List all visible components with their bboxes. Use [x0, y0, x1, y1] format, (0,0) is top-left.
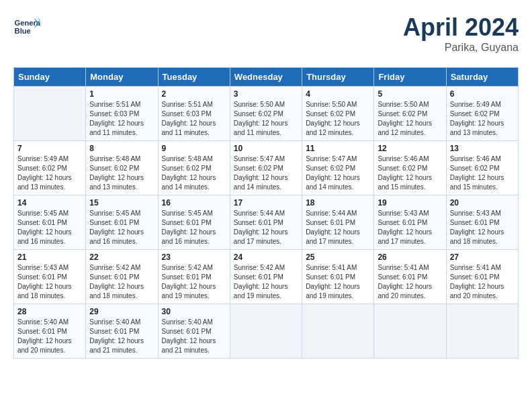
calendar-table: SundayMondayTuesdayWednesdayThursdayFrid…: [13, 67, 519, 359]
day-info: Sunrise: 5:45 AM Sunset: 6:01 PM Dayligh…: [162, 209, 226, 246]
day-number: 5: [378, 89, 442, 99]
day-info: Sunrise: 5:42 AM Sunset: 6:01 PM Dayligh…: [234, 263, 298, 301]
calendar-cell: [374, 304, 446, 359]
calendar-cell: 23Sunrise: 5:42 AM Sunset: 6:01 PM Dayli…: [158, 250, 230, 304]
location-subtitle: Parika, Guyana: [403, 42, 519, 54]
page-header: General Blue April 2024 Parika, Guyana: [13, 13, 519, 54]
day-info: Sunrise: 5:43 AM Sunset: 6:01 PM Dayligh…: [450, 209, 515, 246]
calendar-cell: 28Sunrise: 5:40 AM Sunset: 6:01 PM Dayli…: [14, 304, 86, 359]
column-header-saturday: Saturday: [446, 68, 518, 87]
day-info: Sunrise: 5:49 AM Sunset: 6:02 PM Dayligh…: [450, 100, 515, 138]
day-info: Sunrise: 5:46 AM Sunset: 6:02 PM Dayligh…: [450, 154, 515, 192]
day-number: 12: [378, 144, 442, 153]
calendar-week-row: 21Sunrise: 5:43 AM Sunset: 6:01 PM Dayli…: [14, 250, 519, 304]
column-header-wednesday: Wednesday: [230, 68, 302, 87]
calendar-cell: 16Sunrise: 5:45 AM Sunset: 6:01 PM Dayli…: [158, 195, 230, 250]
calendar-cell: 25Sunrise: 5:41 AM Sunset: 6:01 PM Dayli…: [302, 250, 374, 304]
column-header-friday: Friday: [374, 68, 446, 87]
day-number: 7: [17, 144, 82, 153]
day-info: Sunrise: 5:45 AM Sunset: 6:01 PM Dayligh…: [89, 209, 154, 246]
day-number: 2: [162, 89, 226, 99]
day-number: 11: [306, 144, 370, 153]
day-number: 27: [450, 253, 515, 262]
day-number: 4: [306, 89, 370, 99]
day-info: Sunrise: 5:47 AM Sunset: 6:02 PM Dayligh…: [234, 154, 298, 192]
calendar-cell: [230, 304, 302, 359]
logo-icon: General Blue: [13, 13, 40, 40]
day-info: Sunrise: 5:44 AM Sunset: 6:01 PM Dayligh…: [234, 209, 298, 246]
day-info: Sunrise: 5:50 AM Sunset: 6:02 PM Dayligh…: [306, 100, 370, 138]
day-number: 23: [162, 253, 226, 262]
logo: General Blue: [13, 13, 40, 40]
day-number: 28: [17, 307, 82, 316]
day-number: 22: [89, 253, 154, 262]
svg-text:Blue: Blue: [15, 27, 31, 35]
day-number: 20: [450, 198, 515, 208]
day-number: 14: [17, 198, 82, 208]
calendar-cell: 26Sunrise: 5:41 AM Sunset: 6:01 PM Dayli…: [374, 250, 446, 304]
calendar-cell: 24Sunrise: 5:42 AM Sunset: 6:01 PM Dayli…: [230, 250, 302, 304]
day-number: 1: [89, 89, 154, 99]
day-number: 8: [89, 144, 154, 153]
day-info: Sunrise: 5:51 AM Sunset: 6:03 PM Dayligh…: [89, 100, 154, 138]
title-block: April 2024 Parika, Guyana: [403, 13, 519, 54]
calendar-cell: 8Sunrise: 5:48 AM Sunset: 6:02 PM Daylig…: [86, 141, 158, 195]
day-number: 18: [306, 198, 370, 208]
column-header-thursday: Thursday: [302, 68, 374, 87]
day-info: Sunrise: 5:50 AM Sunset: 6:02 PM Dayligh…: [234, 100, 298, 138]
calendar-cell: 20Sunrise: 5:43 AM Sunset: 6:01 PM Dayli…: [446, 195, 518, 250]
day-info: Sunrise: 5:40 AM Sunset: 6:01 PM Dayligh…: [162, 318, 226, 355]
day-info: Sunrise: 5:41 AM Sunset: 6:01 PM Dayligh…: [450, 263, 515, 301]
calendar-cell: 15Sunrise: 5:45 AM Sunset: 6:01 PM Dayli…: [86, 195, 158, 250]
day-info: Sunrise: 5:40 AM Sunset: 6:01 PM Dayligh…: [89, 318, 154, 355]
calendar-cell: 7Sunrise: 5:49 AM Sunset: 6:02 PM Daylig…: [14, 141, 86, 195]
calendar-cell: 3Sunrise: 5:50 AM Sunset: 6:02 PM Daylig…: [230, 87, 302, 141]
day-info: Sunrise: 5:44 AM Sunset: 6:01 PM Dayligh…: [306, 209, 370, 246]
day-number: 16: [162, 198, 226, 208]
day-info: Sunrise: 5:48 AM Sunset: 6:02 PM Dayligh…: [89, 154, 154, 192]
day-info: Sunrise: 5:43 AM Sunset: 6:01 PM Dayligh…: [378, 209, 442, 246]
calendar-cell: 10Sunrise: 5:47 AM Sunset: 6:02 PM Dayli…: [230, 141, 302, 195]
calendar-cell: 17Sunrise: 5:44 AM Sunset: 6:01 PM Dayli…: [230, 195, 302, 250]
calendar-cell: 22Sunrise: 5:42 AM Sunset: 6:01 PM Dayli…: [86, 250, 158, 304]
day-info: Sunrise: 5:42 AM Sunset: 6:01 PM Dayligh…: [162, 263, 226, 301]
column-header-sunday: Sunday: [14, 68, 86, 87]
calendar-cell: 29Sunrise: 5:40 AM Sunset: 6:01 PM Dayli…: [86, 304, 158, 359]
day-info: Sunrise: 5:43 AM Sunset: 6:01 PM Dayligh…: [17, 263, 82, 301]
day-info: Sunrise: 5:48 AM Sunset: 6:02 PM Dayligh…: [162, 154, 226, 192]
day-number: 19: [378, 198, 442, 208]
calendar-cell: 18Sunrise: 5:44 AM Sunset: 6:01 PM Dayli…: [302, 195, 374, 250]
calendar-cell: 11Sunrise: 5:47 AM Sunset: 6:02 PM Dayli…: [302, 141, 374, 195]
month-title: April 2024: [403, 13, 519, 42]
day-number: 15: [89, 198, 154, 208]
calendar-cell: [14, 87, 86, 141]
day-number: 29: [89, 307, 154, 316]
column-header-tuesday: Tuesday: [158, 68, 230, 87]
calendar-cell: 1Sunrise: 5:51 AM Sunset: 6:03 PM Daylig…: [86, 87, 158, 141]
day-number: 21: [17, 253, 82, 262]
day-info: Sunrise: 5:46 AM Sunset: 6:02 PM Dayligh…: [378, 154, 442, 192]
calendar-cell: 30Sunrise: 5:40 AM Sunset: 6:01 PM Dayli…: [158, 304, 230, 359]
calendar-cell: 4Sunrise: 5:50 AM Sunset: 6:02 PM Daylig…: [302, 87, 374, 141]
calendar-cell: 14Sunrise: 5:45 AM Sunset: 6:01 PM Dayli…: [14, 195, 86, 250]
day-number: 26: [378, 253, 442, 262]
calendar-cell: [302, 304, 374, 359]
day-number: 24: [234, 253, 298, 262]
calendar-cell: 12Sunrise: 5:46 AM Sunset: 6:02 PM Dayli…: [374, 141, 446, 195]
column-header-monday: Monday: [86, 68, 158, 87]
day-number: 9: [162, 144, 226, 153]
day-info: Sunrise: 5:42 AM Sunset: 6:01 PM Dayligh…: [89, 263, 154, 301]
day-number: 17: [234, 198, 298, 208]
calendar-cell: 13Sunrise: 5:46 AM Sunset: 6:02 PM Dayli…: [446, 141, 518, 195]
day-number: 30: [162, 307, 226, 316]
calendar-header-row: SundayMondayTuesdayWednesdayThursdayFrid…: [14, 68, 519, 87]
day-number: 25: [306, 253, 370, 262]
calendar-week-row: 14Sunrise: 5:45 AM Sunset: 6:01 PM Dayli…: [14, 195, 519, 250]
day-info: Sunrise: 5:49 AM Sunset: 6:02 PM Dayligh…: [17, 154, 82, 192]
calendar-week-row: 28Sunrise: 5:40 AM Sunset: 6:01 PM Dayli…: [14, 304, 519, 359]
calendar-week-row: 1Sunrise: 5:51 AM Sunset: 6:03 PM Daylig…: [14, 87, 519, 141]
calendar-cell: 5Sunrise: 5:50 AM Sunset: 6:02 PM Daylig…: [374, 87, 446, 141]
calendar-week-row: 7Sunrise: 5:49 AM Sunset: 6:02 PM Daylig…: [14, 141, 519, 195]
day-info: Sunrise: 5:41 AM Sunset: 6:01 PM Dayligh…: [378, 263, 442, 301]
day-info: Sunrise: 5:40 AM Sunset: 6:01 PM Dayligh…: [17, 318, 82, 355]
